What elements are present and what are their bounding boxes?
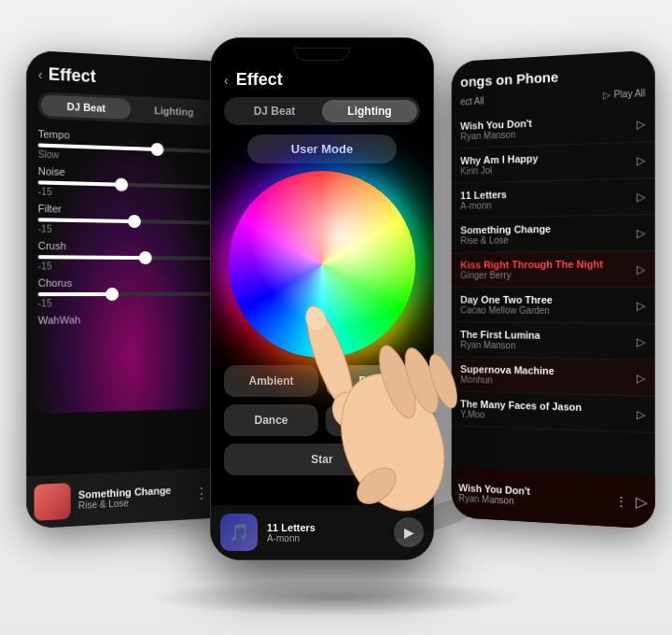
song-item-4[interactable]: Kiss Right Through The NightGinger Berry…: [452, 251, 655, 288]
right-screen: ongs on Phone ect All ▷ Play All Wish Yo…: [452, 49, 655, 529]
song-item-7[interactable]: Supernova MachineMonhun ▷: [452, 357, 655, 397]
song-item-8[interactable]: The Many Faces of JasonY.Moo ▷: [452, 391, 655, 433]
dance-button[interactable]: Dance: [224, 404, 318, 436]
select-all-label[interactable]: ect All: [460, 96, 483, 107]
center-np-artist: A-monn: [267, 533, 385, 543]
song-list: Wish You Don'tRyan Manson ▷ Why Am I Hap…: [452, 106, 655, 433]
center-header: ‹ Effect: [211, 64, 433, 97]
thunder-bolt-button[interactable]: er Bolt: [326, 404, 420, 436]
filter-label: Filter: [38, 203, 219, 218]
chorus-section: Chorus -15: [26, 277, 230, 309]
center-now-playing-bar[interactable]: 🎵 11 Letters A-monn ▶: [211, 505, 433, 559]
tab-lighting-left[interactable]: Lighting: [131, 99, 217, 123]
chorus-val: -15: [38, 298, 219, 309]
wahwah-label: WahWah: [38, 313, 219, 325]
btn-row-3: Star: [224, 444, 420, 475]
color-wheel-area: [229, 171, 415, 358]
play-icon-7[interactable]: ▷: [637, 371, 645, 385]
crush-val: -15: [38, 261, 219, 272]
left-screen: ‹ Effect DJ Beat Lighting Tempo Slow Noi…: [26, 49, 230, 529]
left-album-art: [35, 483, 71, 521]
tempo-section: Tempo Slow: [26, 128, 230, 166]
play-icon-6[interactable]: ▷: [637, 335, 645, 348]
song-title-4: Kiss Right Through The Night: [460, 258, 637, 270]
song-item-2[interactable]: 11 LettersA-monn ▷: [452, 178, 655, 219]
song-item-5[interactable]: Day One Two ThreeCacao Mellow Garden ▷: [452, 288, 655, 324]
center-np-title: 11 Letters: [267, 522, 385, 533]
play-icon-2[interactable]: ▷: [637, 190, 645, 204]
song-artist-4: Ginger Berry: [460, 270, 637, 281]
right-now-playing-bar[interactable]: Wish You Don't Ryan Manson ⋮ ▷: [452, 467, 655, 529]
center-screen: ‹ Effect DJ Beat Lighting User Mode Ambi…: [211, 38, 433, 559]
color-wheel[interactable]: [229, 171, 415, 358]
star-button[interactable]: Star: [224, 444, 420, 475]
song-title-5: Day One Two Three: [460, 294, 637, 305]
center-tab-djbeat[interactable]: DJ Beat: [227, 100, 322, 122]
left-title: Effect: [49, 64, 96, 87]
play-icon-5[interactable]: ▷: [637, 299, 645, 312]
right-play-icon[interactable]: ▷: [636, 493, 647, 512]
chorus-label: Chorus: [38, 277, 219, 289]
center-notch-area: [211, 38, 433, 64]
play-icon-0[interactable]: ▷: [637, 117, 645, 131]
right-now-playing-info: Wish You Don't Ryan Manson: [458, 482, 607, 511]
center-play-button[interactable]: ▶: [394, 517, 424, 547]
wahwah-section: WahWah: [26, 313, 230, 326]
center-phone: ‹ Effect DJ Beat Lighting User Mode Ambi…: [210, 37, 434, 560]
btn-row-2: Dance er Bolt: [224, 404, 420, 436]
noise-val: -15: [38, 186, 219, 201]
crush-section: Crush -15: [26, 240, 230, 273]
noise-section: Noise -15: [26, 165, 230, 202]
song-item-3[interactable]: Something ChangeRise & Lose ▷: [452, 215, 655, 253]
center-title: Effect: [236, 70, 283, 90]
left-now-playing-info: Something Change Rise & Lose: [78, 484, 188, 511]
center-album-art: 🎵: [220, 514, 258, 551]
crush-track[interactable]: [38, 255, 219, 261]
center-notch: [294, 48, 350, 61]
play-icon-4[interactable]: ▷: [637, 262, 645, 275]
center-back-arrow-icon[interactable]: ‹: [224, 73, 229, 88]
play-icon-8[interactable]: ▷: [637, 407, 645, 421]
right-np-icon[interactable]: ⋮: [614, 493, 627, 509]
left-phone: ‹ Effect DJ Beat Lighting Tempo Slow Noi…: [26, 49, 230, 529]
back-arrow-icon[interactable]: ‹: [38, 66, 43, 82]
chorus-track[interactable]: [38, 292, 219, 296]
song-artist-6: Ryan Manson: [460, 340, 637, 353]
play-icon-3[interactable]: ▷: [637, 226, 645, 239]
play-icon-1[interactable]: ▷: [637, 153, 645, 167]
song-item-1[interactable]: Why Am I HappyKirin Jol ▷: [452, 142, 655, 184]
song-artist-5: Cacao Mellow Garden: [460, 305, 637, 317]
song-item-6[interactable]: The First LuminaRyan Manson ▷: [452, 322, 655, 360]
floor-shadow: [149, 579, 523, 616]
center-tab-lighting[interactable]: Lighting: [322, 100, 417, 122]
left-now-playing-bar[interactable]: Something Change Rise & Lose ⋮⋮: [26, 467, 230, 529]
filter-section: Filter -15: [26, 203, 230, 237]
play-all-button[interactable]: ▷ Play All: [603, 88, 645, 100]
play-all-icon: ▷: [603, 90, 610, 101]
song-artist-3: Rise & Lose: [460, 233, 637, 246]
play-all-label: Play All: [614, 88, 646, 100]
center-now-playing-info: 11 Letters A-monn: [267, 522, 385, 543]
scene: ‹ Effect DJ Beat Lighting Tempo Slow Noi…: [9, 37, 663, 598]
right-panel: ongs on Phone ect All ▷ Play All Wish Yo…: [452, 49, 655, 529]
crush-label: Crush: [38, 240, 219, 253]
noise-label: Noise: [38, 165, 219, 182]
tab-dj-beat-left[interactable]: DJ Beat: [41, 94, 131, 120]
center-tabs: DJ Beat Lighting: [224, 97, 420, 125]
